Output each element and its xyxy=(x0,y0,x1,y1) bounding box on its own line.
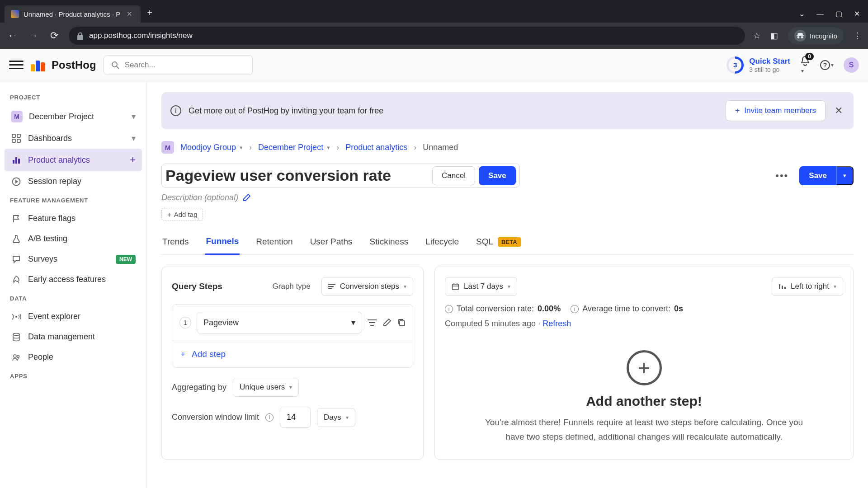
graph-type-select[interactable]: Conversion steps ▾ xyxy=(321,277,413,296)
sidebar-item-people[interactable]: People xyxy=(5,347,142,367)
chevron-right-icon: › xyxy=(336,143,339,152)
sidebar-item-product-analytics[interactable]: Product analytics + xyxy=(5,149,142,171)
insight-title-input[interactable] xyxy=(162,166,429,185)
info-icon[interactable]: i xyxy=(571,305,579,313)
aggregating-row: Aggregating by Unique users ▾ xyxy=(172,378,413,397)
tab-sql-label: SQL xyxy=(476,237,493,247)
sidebar-item-dashboards[interactable]: Dashboards ▾ xyxy=(5,128,142,149)
tab-funnels[interactable]: Funnels xyxy=(205,232,240,255)
plus-icon[interactable]: + xyxy=(130,154,136,166)
conversion-window-input[interactable] xyxy=(280,407,311,428)
close-tab-icon[interactable]: ✕ xyxy=(125,10,134,18)
sidebar-item-ab-testing[interactable]: A/B testing xyxy=(5,229,142,249)
tab-user-paths[interactable]: User Paths xyxy=(309,232,354,254)
maximize-icon[interactable]: ▢ xyxy=(835,9,842,18)
notifications-button[interactable]: 0 ▾ xyxy=(800,56,810,75)
direction-select[interactable]: Left to right ▾ xyxy=(772,277,843,296)
help-button[interactable]: ? ▾ xyxy=(820,60,834,70)
people-icon xyxy=(11,353,22,362)
browser-tab[interactable]: Unnamed · Product analytics · P ✕ xyxy=(5,5,141,23)
reload-button[interactable]: ⟳ xyxy=(48,30,61,42)
search-input[interactable] xyxy=(125,61,245,70)
new-tab-button[interactable]: + xyxy=(141,3,159,23)
avg-time-stat: i Average time to convert: 0s xyxy=(571,304,683,314)
breadcrumb-project[interactable]: December Project▾ xyxy=(258,143,330,152)
database-icon xyxy=(11,333,22,342)
sidebar-item-label: Product analytics xyxy=(28,155,90,165)
sidebar-item-data-management[interactable]: Data management xyxy=(5,327,142,347)
close-window-icon[interactable]: ✕ xyxy=(854,9,860,18)
add-step-cta-icon[interactable]: + xyxy=(627,350,662,385)
breadcrumb-org[interactable]: Moodjoy Group▾ xyxy=(180,143,243,152)
hamburger-menu[interactable] xyxy=(9,58,24,72)
tab-sql[interactable]: SQL BETA xyxy=(475,232,521,254)
invite-team-button[interactable]: + Invite team members xyxy=(726,100,826,121)
chevron-down-icon[interactable]: ⌄ xyxy=(799,9,805,18)
edit-icon[interactable] xyxy=(243,194,250,202)
chevron-down-icon: ▾ xyxy=(132,112,136,122)
tab-stickiness[interactable]: Stickiness xyxy=(369,232,410,254)
add-tag-button[interactable]: + Add tag xyxy=(161,208,203,221)
sidebar-item-label: Surveys xyxy=(28,254,57,264)
add-step-button[interactable]: + Add step xyxy=(172,341,413,367)
more-options-button[interactable]: ••• xyxy=(771,167,793,184)
conversion-window-unit-select[interactable]: Days ▾ xyxy=(317,408,355,427)
svg-rect-10 xyxy=(18,159,20,164)
sidebar-section-project: PROJECT xyxy=(5,89,142,105)
breadcrumb-section[interactable]: Product analytics xyxy=(345,143,407,152)
save-insight-button[interactable]: Save xyxy=(799,166,836,185)
svg-rect-28 xyxy=(779,284,780,289)
minimize-icon[interactable]: ― xyxy=(816,10,824,18)
step-event-select[interactable]: Pageview ▾ xyxy=(197,312,362,333)
edit-icon[interactable] xyxy=(383,319,391,327)
forward-button[interactable]: → xyxy=(27,30,40,42)
date-range-select[interactable]: Last 7 days ▾ xyxy=(445,277,517,296)
svg-text:?: ? xyxy=(823,61,827,69)
play-icon xyxy=(11,177,22,186)
lock-icon xyxy=(77,32,84,40)
conversion-window-unit: Days xyxy=(324,413,341,422)
description-placeholder[interactable]: Description (optional) xyxy=(161,193,238,202)
incognito-label: Incognito xyxy=(810,32,837,40)
query-steps-title: Query Steps xyxy=(172,282,222,291)
sidebar-item-event-explorer[interactable]: Event explorer xyxy=(5,306,142,327)
tab-retention[interactable]: Retention xyxy=(255,232,293,254)
save-title-button[interactable]: Save xyxy=(479,166,516,185)
close-banner-icon[interactable]: ✕ xyxy=(833,103,844,118)
chevron-down-icon: ▾ xyxy=(404,283,406,290)
sidebar-item-session-replay[interactable]: Session replay xyxy=(5,171,142,192)
refresh-link[interactable]: Refresh xyxy=(542,319,571,328)
project-switcher[interactable]: M December Project ▾ xyxy=(5,105,142,128)
search-box[interactable] xyxy=(104,55,253,75)
cancel-button[interactable]: Cancel xyxy=(432,166,475,185)
posthog-logo[interactable]: PostHog xyxy=(31,59,96,71)
sidebar-item-label: Event explorer xyxy=(28,312,80,321)
tab-trends[interactable]: Trends xyxy=(161,232,189,254)
browser-menu-icon[interactable]: ⋮ xyxy=(854,31,862,41)
back-button[interactable]: ← xyxy=(6,30,19,42)
sidebar-item-surveys[interactable]: Surveys NEW xyxy=(5,249,142,269)
plus-icon: + xyxy=(167,211,171,218)
url-input[interactable]: app.posthog.com/insights/new xyxy=(69,27,745,45)
org-badge-icon: M xyxy=(161,141,174,154)
add-tag-label: Add tag xyxy=(174,211,198,218)
tab-lifecycle[interactable]: Lifecycle xyxy=(425,232,460,254)
sidebar-item-feature-flags[interactable]: Feature flags xyxy=(5,208,142,229)
save-dropdown-button[interactable]: ▾ xyxy=(836,166,854,185)
user-avatar[interactable]: S xyxy=(844,57,859,73)
copy-icon[interactable] xyxy=(397,319,406,327)
bookmark-icon[interactable]: ☆ xyxy=(753,31,760,41)
info-icon[interactable]: i xyxy=(265,413,274,422)
aggregating-select[interactable]: Unique users ▾ xyxy=(233,378,299,397)
info-icon[interactable]: i xyxy=(445,305,453,313)
conversion-rate-label: Total conversion rate: xyxy=(457,304,534,314)
quick-start-widget[interactable]: 3 Quick Start 3 still to go xyxy=(726,56,790,74)
incognito-badge[interactable]: Incognito xyxy=(788,27,844,44)
filter-icon[interactable] xyxy=(368,319,377,327)
extension-icon[interactable]: ◧ xyxy=(770,31,778,41)
sidebar-item-early-access[interactable]: Early access features xyxy=(5,269,142,290)
add-step-label: Add step xyxy=(192,349,226,359)
insight-tabs: Trends Funnels Retention User Paths Stic… xyxy=(161,232,854,255)
chevron-down-icon: ▾ xyxy=(132,133,136,143)
invite-banner: i Get more out of PostHog by inviting yo… xyxy=(161,92,854,129)
